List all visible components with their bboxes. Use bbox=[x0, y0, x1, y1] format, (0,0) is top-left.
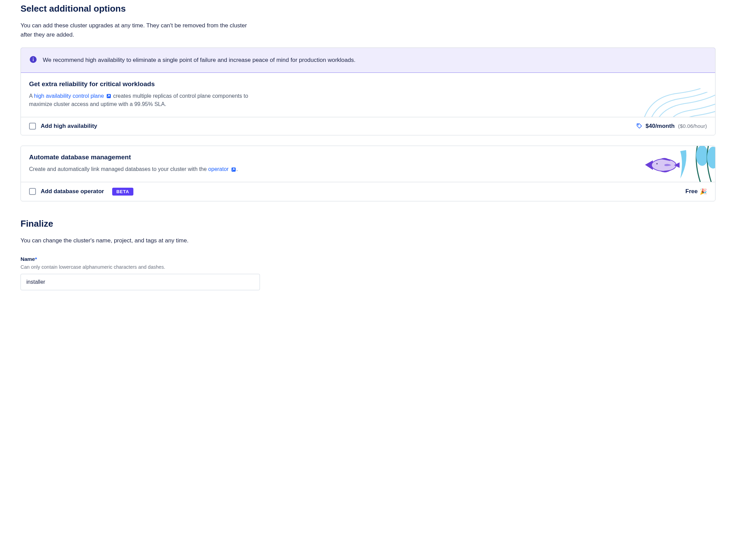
required-asterisk: * bbox=[35, 256, 37, 262]
external-link-icon bbox=[106, 93, 111, 99]
db-checkbox-row: Add database operator BETA bbox=[29, 188, 133, 196]
svg-point-5 bbox=[638, 124, 638, 125]
ha-checkbox[interactable] bbox=[29, 123, 36, 130]
finalize-heading: Finalize bbox=[21, 218, 715, 229]
banner-text: We recommend high availability to elimin… bbox=[43, 55, 355, 65]
db-operator-link[interactable]: operator bbox=[208, 166, 236, 172]
db-desc-suffix: . bbox=[236, 166, 238, 172]
options-description: You can add these cluster upgrades at an… bbox=[21, 21, 253, 39]
waves-decoration bbox=[623, 73, 715, 118]
ha-checkbox-row: Add high availability bbox=[29, 123, 97, 130]
party-popper-icon: 🎉 bbox=[700, 188, 707, 195]
svg-point-2 bbox=[33, 58, 34, 59]
db-card-header: Automate database management Create and … bbox=[21, 146, 715, 182]
db-description: Create and automatically link managed da… bbox=[29, 165, 262, 174]
db-desc-prefix: Create and automatically link managed da… bbox=[29, 166, 208, 172]
ha-recommendation-banner: We recommend high availability to elimin… bbox=[21, 48, 715, 72]
beta-badge: BETA bbox=[112, 188, 133, 196]
db-price-text: Free bbox=[685, 188, 698, 195]
ha-card-header: Get extra reliability for critical workl… bbox=[21, 73, 715, 118]
price-tag-icon bbox=[636, 123, 642, 129]
ha-price-main: $40/month bbox=[646, 123, 675, 130]
ha-description: A high availability control plane create… bbox=[29, 92, 262, 109]
cluster-name-input[interactable] bbox=[21, 274, 260, 290]
db-card: Automate database management Create and … bbox=[21, 146, 715, 201]
ha-desc-prefix: A bbox=[29, 93, 34, 99]
finalize-section: Finalize You can change the cluster's na… bbox=[21, 218, 715, 290]
db-price: Free 🎉 bbox=[685, 188, 707, 195]
ha-checkbox-label: Add high availability bbox=[41, 123, 97, 130]
ha-price: $40/month ($0.06/hour) bbox=[636, 123, 707, 130]
info-icon bbox=[30, 56, 37, 63]
svg-rect-1 bbox=[33, 59, 34, 62]
db-title: Automate database management bbox=[29, 154, 707, 161]
ha-control-plane-link[interactable]: high availability control plane bbox=[34, 93, 111, 99]
name-label: Name* bbox=[21, 256, 715, 262]
ha-title: Get extra reliability for critical workl… bbox=[29, 80, 707, 88]
db-checkbox-label: Add database operator bbox=[41, 188, 104, 195]
ha-card: We recommend high availability to elimin… bbox=[21, 48, 715, 135]
external-link-icon bbox=[231, 167, 236, 172]
options-heading: Select additional options bbox=[21, 3, 715, 14]
db-action-row: Add database operator BETA Free 🎉 bbox=[21, 182, 715, 201]
ha-action-row: Add high availability $40/month ($0.06/h… bbox=[21, 117, 715, 135]
name-hint: Can only contain lowercase alphanumeric … bbox=[21, 264, 715, 270]
db-checkbox[interactable] bbox=[29, 188, 36, 195]
name-field-group: Name* Can only contain lowercase alphanu… bbox=[21, 256, 715, 290]
additional-options-section: Select additional options You can add th… bbox=[21, 3, 715, 201]
svg-point-7 bbox=[707, 147, 715, 169]
finalize-description: You can change the cluster's name, proje… bbox=[21, 236, 253, 245]
fish-decoration bbox=[640, 146, 715, 182]
ha-price-sub: ($0.06/hour) bbox=[678, 123, 707, 129]
svg-point-10 bbox=[656, 163, 657, 164]
